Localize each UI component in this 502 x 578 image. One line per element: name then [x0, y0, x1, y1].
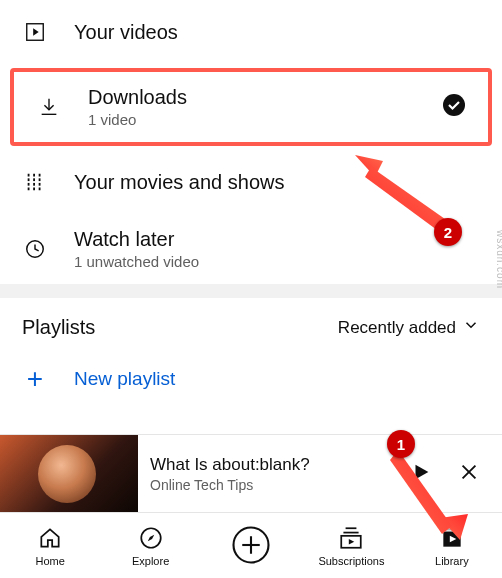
playlists-sort-button[interactable]: Recently added	[338, 316, 480, 339]
library-item-title: Downloads	[88, 86, 416, 109]
home-icon	[37, 525, 63, 553]
library-item-title: Your videos	[74, 21, 480, 44]
svg-rect-16	[39, 188, 41, 191]
svg-rect-8	[28, 188, 30, 191]
nav-label: Explore	[132, 555, 169, 567]
nav-label: Library	[435, 555, 469, 567]
nav-explore[interactable]: Explore	[100, 513, 200, 578]
svg-rect-15	[39, 183, 41, 186]
svg-rect-7	[28, 183, 30, 186]
svg-marker-22	[147, 534, 154, 541]
new-playlist-label: New playlist	[74, 368, 175, 390]
check-badge-icon	[442, 93, 466, 121]
nav-home[interactable]: Home	[0, 513, 100, 578]
playlists-title: Playlists	[22, 316, 95, 339]
chevron-down-icon	[462, 316, 480, 339]
library-item-your-videos[interactable]: Your videos	[0, 0, 502, 64]
svg-rect-9	[33, 174, 35, 177]
sort-label: Recently added	[338, 318, 456, 338]
step-badge-1: 1	[387, 430, 415, 458]
svg-rect-14	[39, 178, 41, 181]
watermark: wsxdn.com	[495, 230, 503, 289]
svg-rect-11	[33, 183, 35, 186]
svg-marker-1	[33, 28, 39, 35]
miniplayer-channel: Online Tech Tips	[150, 477, 398, 493]
nav-label: Home	[36, 555, 65, 567]
new-playlist-button[interactable]: + New playlist	[0, 349, 502, 409]
plus-circle-icon	[230, 524, 272, 568]
nav-create[interactable]	[201, 513, 301, 578]
svg-rect-10	[33, 178, 35, 181]
compass-icon	[138, 525, 164, 553]
step-badge-2: 2	[434, 218, 462, 246]
svg-marker-32	[365, 167, 445, 230]
miniplayer-title: What Is about:blank?	[150, 455, 398, 475]
section-divider	[0, 284, 502, 298]
svg-rect-6	[28, 178, 30, 181]
plus-icon: +	[22, 363, 48, 395]
nav-subscriptions[interactable]: Subscriptions	[301, 513, 401, 578]
svg-rect-12	[33, 188, 35, 191]
download-icon	[36, 96, 62, 118]
nav-label: Subscriptions	[318, 555, 384, 567]
svg-point-4	[443, 94, 465, 116]
library-item-subtitle: 1 unwatched video	[74, 253, 480, 270]
svg-marker-29	[349, 539, 354, 544]
library-item-subtitle: 1 video	[88, 111, 416, 128]
subscriptions-icon	[338, 525, 364, 553]
svg-marker-34	[390, 450, 452, 534]
library-item-title: Watch later	[74, 228, 480, 251]
miniplayer-thumbnail[interactable]	[0, 435, 138, 513]
film-icon	[22, 171, 48, 193]
highlight-downloads: Downloads 1 video	[10, 68, 492, 146]
library-item-downloads[interactable]: Downloads 1 video	[14, 72, 488, 142]
svg-rect-5	[28, 174, 30, 177]
arrow-annotation-2	[355, 155, 455, 230]
play-outline-icon	[22, 21, 48, 43]
clock-icon	[22, 238, 48, 260]
playlists-header: Playlists Recently added	[0, 298, 502, 349]
svg-rect-13	[39, 174, 41, 177]
